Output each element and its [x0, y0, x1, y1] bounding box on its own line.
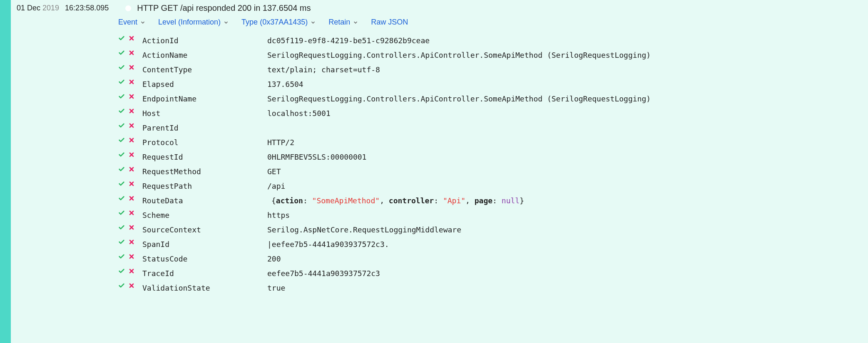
property-row: RequestMethodGET — [118, 164, 868, 179]
include-filter-icon[interactable] — [118, 239, 125, 245]
property-row: TraceIdeefee7b5-4441a903937572c3 — [118, 266, 868, 281]
property-key: ValidationState — [142, 282, 267, 294]
exclude-filter-icon[interactable] — [128, 239, 135, 245]
property-value: SerilogRequestLogging.Controllers.ApiCon… — [267, 49, 868, 61]
brace-open: { — [271, 196, 276, 205]
property-key: RequestId — [142, 151, 267, 163]
include-filter-icon[interactable] — [118, 224, 125, 231]
chevron-down-icon — [223, 20, 229, 25]
property-value: GET — [267, 166, 868, 177]
timestamp-time: 16:23:58.095 — [65, 4, 109, 12]
exclude-filter-icon[interactable] — [128, 122, 135, 129]
include-filter-icon[interactable] — [118, 137, 125, 143]
property-actions — [118, 93, 142, 100]
raw-json-link[interactable]: Raw JSON — [371, 18, 408, 27]
property-key: RequestMethod — [142, 166, 267, 177]
property-value: {action: "SomeApiMethod", controller: "A… — [267, 195, 868, 206]
timestamp-date: 01 Dec 2019 — [17, 4, 59, 12]
property-key: Protocol — [142, 137, 267, 148]
property-value: eefee7b5-4441a903937572c3 — [267, 268, 868, 279]
property-key: ActionName — [142, 49, 267, 61]
property-row: StatusCode200 — [118, 252, 868, 266]
selection-bar — [0, 0, 11, 343]
property-value: HTTP/2 — [267, 137, 868, 148]
exclude-filter-icon[interactable] — [128, 180, 135, 187]
exclude-filter-icon[interactable] — [128, 253, 135, 260]
exclude-filter-icon[interactable] — [128, 93, 135, 100]
include-filter-icon[interactable] — [118, 151, 125, 158]
property-key: RouteData — [142, 195, 267, 206]
log-entry: 01 Dec 2019 16:23:58.095 HTTP GET /api r… — [11, 0, 868, 343]
property-row: RequestPath/api — [118, 179, 868, 193]
include-filter-icon[interactable] — [118, 180, 125, 187]
property-value: /api — [267, 180, 868, 192]
include-filter-icon[interactable] — [118, 93, 125, 100]
level-dropdown[interactable]: Level (Information) — [158, 18, 229, 27]
include-filter-icon[interactable] — [118, 79, 125, 85]
property-value: SerilogRequestLogging.Controllers.ApiCon… — [267, 93, 868, 104]
property-actions — [118, 253, 142, 260]
exclude-filter-icon[interactable] — [128, 166, 135, 173]
properties-table: ActionIddc05f119-e9f8-4219-be51-c92862b9… — [118, 33, 868, 295]
property-actions — [118, 64, 142, 71]
property-actions — [118, 180, 142, 187]
type-label: Type (0x37AA1435) — [241, 18, 308, 27]
include-filter-icon[interactable] — [118, 64, 125, 71]
include-filter-icon[interactable] — [118, 108, 125, 114]
exclude-filter-icon[interactable] — [128, 79, 135, 85]
include-filter-icon[interactable] — [118, 166, 125, 173]
route-controller-value: "Api" — [443, 196, 465, 205]
property-value: 0HLRMFBEV5SLS:00000001 — [267, 151, 868, 163]
exclude-filter-icon[interactable] — [128, 268, 135, 274]
include-filter-icon[interactable] — [118, 122, 125, 129]
property-key: TraceId — [142, 268, 267, 279]
property-key: SourceContext — [142, 224, 267, 235]
chevron-down-icon — [353, 20, 358, 25]
exclude-filter-icon[interactable] — [128, 151, 135, 158]
exclude-filter-icon[interactable] — [128, 108, 135, 114]
include-filter-icon[interactable] — [118, 35, 125, 42]
property-value: https — [267, 210, 868, 221]
property-key: Scheme — [142, 210, 267, 221]
exclude-filter-icon[interactable] — [128, 195, 135, 202]
include-filter-icon[interactable] — [118, 49, 125, 56]
route-action-key: action — [276, 196, 303, 205]
property-key: ActionId — [142, 35, 267, 46]
exclude-filter-icon[interactable] — [128, 224, 135, 231]
retain-dropdown[interactable]: Retain — [328, 18, 358, 27]
property-value: 137.6504 — [267, 79, 868, 90]
level-label: Level (Information) — [158, 18, 221, 27]
property-row: ActionNameSerilogRequestLogging.Controll… — [118, 48, 868, 62]
property-actions — [118, 79, 142, 85]
exclude-filter-icon[interactable] — [128, 35, 135, 42]
chevron-down-icon — [310, 20, 316, 25]
property-value: Serilog.AspNetCore.RequestLoggingMiddlew… — [267, 224, 868, 235]
exclude-filter-icon[interactable] — [128, 282, 135, 289]
property-row: SourceContextSerilog.AspNetCore.RequestL… — [118, 222, 868, 237]
type-dropdown[interactable]: Type (0x37AA1435) — [241, 18, 316, 27]
exclude-filter-icon[interactable] — [128, 137, 135, 143]
include-filter-icon[interactable] — [118, 210, 125, 216]
include-filter-icon[interactable] — [118, 195, 125, 202]
exclude-filter-icon[interactable] — [128, 210, 135, 216]
event-dropdown[interactable]: Event — [118, 18, 146, 27]
property-row: Elapsed137.6504 — [118, 77, 868, 91]
property-actions — [118, 49, 142, 56]
include-filter-icon[interactable] — [118, 282, 125, 289]
property-row: ProtocolHTTP/2 — [118, 135, 868, 150]
property-actions — [118, 239, 142, 245]
include-filter-icon[interactable] — [118, 253, 125, 260]
property-value: 200 — [267, 253, 868, 264]
exclude-filter-icon[interactable] — [128, 64, 135, 71]
property-row: RequestId0HLRMFBEV5SLS:00000001 — [118, 150, 868, 164]
chevron-down-icon — [140, 20, 146, 25]
property-value: dc05f119-e9f8-4219-be51-c92862b9ceae — [267, 35, 868, 46]
property-row: EndpointNameSerilogRequestLogging.Contro… — [118, 91, 868, 106]
exclude-filter-icon[interactable] — [128, 49, 135, 56]
property-actions — [118, 137, 142, 143]
property-key: RequestPath — [142, 180, 267, 192]
log-header: 01 Dec 2019 16:23:58.095 HTTP GET /api r… — [17, 3, 868, 13]
include-filter-icon[interactable] — [118, 268, 125, 274]
property-key: SpanId — [142, 239, 267, 250]
event-label: Event — [118, 18, 137, 27]
